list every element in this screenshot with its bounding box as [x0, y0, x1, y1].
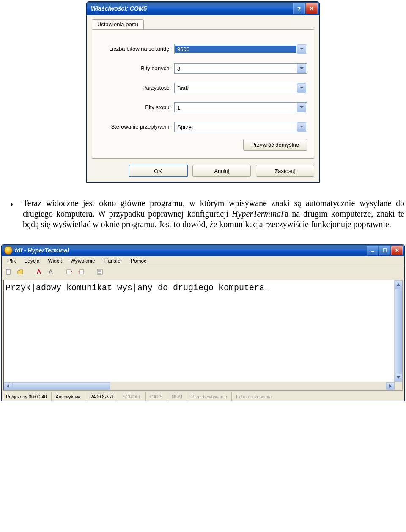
vertical-scrollbar[interactable]: [394, 280, 402, 382]
help-button[interactable]: ?: [293, 3, 305, 14]
databits-combo[interactable]: 8: [174, 63, 307, 74]
menu-file[interactable]: Plik: [3, 257, 20, 265]
scroll-thumb[interactable]: [395, 289, 402, 374]
horizontal-scrollbar[interactable]: [4, 382, 402, 390]
scroll-thumb[interactable]: [12, 382, 110, 390]
close-button[interactable]: ✕: [306, 3, 318, 14]
scroll-up-icon[interactable]: [395, 280, 402, 289]
app-icon: [4, 246, 13, 255]
svg-rect-6: [80, 270, 84, 274]
new-icon[interactable]: [4, 267, 13, 277]
tab-port-settings[interactable]: Ustawienia portu: [92, 19, 144, 29]
menu-transfer[interactable]: Transfer: [99, 257, 126, 265]
dialog-titlebar: Właściwości: COM5 ? ✕: [87, 2, 319, 15]
close-button[interactable]: ✕: [391, 246, 403, 255]
menu-call[interactable]: Wywołanie: [66, 257, 99, 265]
svg-rect-2: [6, 269, 10, 274]
flow-value: Sprzęt: [175, 124, 297, 130]
stopbits-combo[interactable]: 1: [174, 102, 307, 112]
bullet-icon: •: [10, 200, 13, 210]
cancel-button[interactable]: Anuluj: [192, 165, 251, 177]
parity-value: Brak: [175, 85, 297, 91]
send-icon[interactable]: [65, 267, 74, 277]
svg-rect-5: [67, 270, 71, 274]
close-icon: ✕: [395, 247, 399, 253]
maximize-button[interactable]: [379, 246, 390, 255]
status-auto: Autowykryw.: [52, 392, 86, 401]
connect-icon[interactable]: [34, 267, 44, 277]
svg-rect-1: [383, 249, 387, 252]
menu-view[interactable]: Widok: [44, 257, 66, 265]
disconnect-icon[interactable]: [46, 267, 55, 277]
chevron-down-icon: [297, 44, 306, 54]
status-capture: Przechwytywanie: [187, 392, 232, 401]
svg-rect-3: [37, 274, 41, 274]
baud-combo[interactable]: 9600: [174, 44, 307, 54]
baud-label: Liczba bitów na sekundę:: [99, 46, 174, 52]
chevron-down-icon: [297, 64, 306, 73]
chevron-down-icon: [297, 83, 306, 93]
status-caps: CAPS: [146, 392, 167, 401]
open-icon[interactable]: [16, 267, 25, 277]
databits-value: 8: [175, 66, 297, 72]
status-num: NUM: [167, 392, 187, 401]
chevron-down-icon: [297, 122, 306, 132]
hyperterminal-window: fdf - HyperTerminal ✕ Plik Edycja Widok …: [1, 244, 405, 401]
toolbar: [2, 266, 404, 278]
scroll-down-icon[interactable]: [395, 373, 402, 382]
stopbits-label: Bity stopu:: [99, 104, 174, 111]
svg-rect-0: [371, 251, 374, 252]
ht-titlebar: fdf - HyperTerminal ✕: [2, 244, 404, 256]
status-echo: Echo drukowania: [232, 392, 404, 401]
scroll-left-icon[interactable]: [4, 382, 12, 390]
properties-dialog: Właściwości: COM5 ? ✕ Ustawienia portu L…: [86, 1, 320, 183]
minimize-button[interactable]: [367, 246, 378, 255]
scroll-right-icon[interactable]: [386, 382, 395, 390]
flow-combo[interactable]: Sprzęt: [174, 122, 307, 132]
parity-combo[interactable]: Brak: [174, 83, 307, 93]
parity-label: Parzystość:: [99, 85, 174, 91]
menu-bar: Plik Edycja Widok Wywołanie Transfer Pom…: [2, 256, 404, 266]
minimize-icon: [370, 248, 375, 252]
ht-title: fdf - HyperTerminal: [15, 247, 366, 254]
question-icon: ?: [297, 5, 301, 12]
chevron-down-icon: [297, 103, 306, 112]
stopbits-value: 1: [175, 104, 297, 111]
menu-edit[interactable]: Edycja: [20, 257, 44, 265]
receive-icon[interactable]: [77, 267, 86, 277]
flow-label: Sterowanie przepływem:: [99, 124, 174, 130]
dialog-title: Właściwości: COM5: [91, 5, 292, 12]
status-bar: Połączony 00:00:40 Autowykryw. 2400 8-N-…: [2, 392, 404, 401]
scroll-corner: [395, 382, 402, 390]
terminal-text[interactable]: Przyk|adowy komunikat wys|any do drugieg…: [4, 280, 394, 382]
terminal-frame: Przyk|adowy komunikat wys|any do drugieg…: [3, 280, 403, 391]
paragraph-italic: HyperTerminal: [232, 209, 283, 218]
status-scroll: SCROLL: [118, 392, 146, 401]
maximize-icon: [383, 248, 387, 252]
status-connection: Połączony 00:00:40: [2, 392, 52, 401]
restore-defaults-button[interactable]: Przywróć domyślne: [243, 139, 307, 151]
properties-icon[interactable]: [95, 267, 104, 277]
apply-button[interactable]: Zastosuj: [256, 165, 314, 177]
baud-value: 9600: [175, 46, 296, 53]
databits-label: Bity danych:: [99, 66, 174, 72]
close-icon: ✕: [309, 5, 314, 12]
menu-help[interactable]: Pomoc: [126, 257, 151, 265]
status-proto: 2400 8-N-1: [86, 392, 118, 401]
ok-button[interactable]: OK: [129, 165, 188, 177]
svg-rect-4: [49, 274, 53, 274]
tab-page: Liczba bitów na sekundę: 9600 Bity danyc…: [92, 29, 314, 159]
body-paragraph: • Teraz widoczne jest okno główne progra…: [0, 198, 406, 230]
